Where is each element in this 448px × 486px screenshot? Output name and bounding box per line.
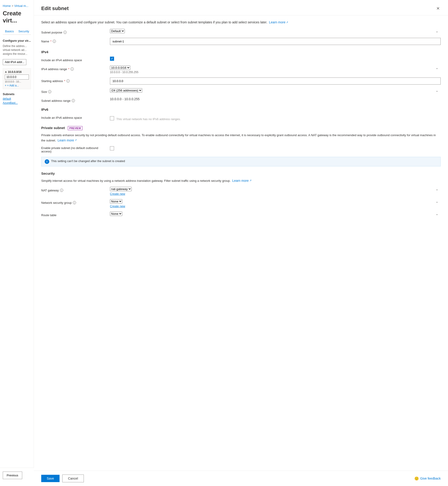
name-input[interactable] — [110, 38, 441, 45]
add-subnet-link[interactable]: + + Add a... — [5, 84, 29, 87]
form-row-size: Size i /24 (256 addresses) — [41, 88, 441, 93]
form-row-name: Name * i — [41, 38, 441, 45]
label-include-ipv4: Include an IPv4 address space — [41, 57, 105, 62]
checkbox-ipv4[interactable] — [110, 57, 114, 61]
left-desc: Define the addres... virtual network ad.… — [3, 44, 31, 56]
subnet-link-azurebast[interactable]: AzureBast... — [3, 101, 31, 105]
label-include-ipv6: Include an IPv6 address space — [41, 114, 105, 119]
info-icon-range[interactable]: i — [71, 67, 74, 71]
required-star-name: * — [50, 40, 52, 43]
route-table-select[interactable]: None — [110, 212, 122, 216]
private-subnet-heading: Private subnet PREVIEW — [41, 126, 441, 130]
configure-title: Configure your vir... — [3, 39, 31, 42]
address-block: ∧ 10.0.0.0/16 10.0.0.0 - 10... + + Add a… — [3, 68, 31, 89]
control-nsg: None Create new — [110, 199, 441, 208]
control-subnet-purpose: Default — [110, 29, 441, 33]
tab-security[interactable]: Security — [16, 28, 31, 34]
label-subnet-range: Subnet address range i — [41, 97, 105, 102]
label-size: Size i — [41, 88, 105, 93]
ipv4-range-sub: 10.0.0.0 - 10.0.255.255 — [110, 71, 441, 74]
control-nat: nat-gateway Create new — [110, 187, 441, 196]
checkbox-private-subnet[interactable] — [110, 146, 114, 150]
feedback-icon: 🙂 — [414, 476, 419, 481]
drawer-body: Select an address space and configure yo… — [34, 15, 448, 486]
label-nsg: Network security group i — [41, 199, 105, 205]
info-icon-purpose[interactable]: i — [64, 31, 67, 34]
plus-icon: + — [5, 84, 6, 87]
security-desc: Simplify internet access for virtual mac… — [41, 178, 441, 183]
addr-input[interactable] — [5, 74, 29, 80]
info-icon-nat[interactable]: i — [60, 189, 63, 192]
select-wrapper-nat: nat-gateway — [110, 187, 441, 191]
intro-text: Select an address space and configure yo… — [41, 20, 441, 25]
learn-more-private[interactable]: Learn more↗ — [58, 138, 77, 143]
give-feedback-link[interactable]: 🙂 Give feedback — [414, 476, 441, 481]
cancel-button[interactable]: Cancel — [62, 475, 84, 482]
select-wrapper-nsg: None — [110, 199, 441, 204]
drawer-header: Edit subnet ✕ — [34, 0, 448, 15]
subnet-link-default[interactable]: default — [3, 97, 31, 100]
control-enable-private — [110, 146, 441, 150]
tab-basics[interactable]: Basics — [3, 28, 16, 34]
breadcrumb-separator: > — [12, 4, 14, 8]
ipv4-heading: IPv4 — [41, 50, 441, 54]
select-wrapper-route: None — [110, 212, 441, 216]
info-icon-name[interactable]: i — [53, 40, 56, 43]
nat-create-new[interactable]: Create new — [110, 192, 125, 196]
form-row-subnet-range: Subnet address range i 10.0.0.0 - 10.0.0… — [41, 97, 441, 102]
cidr-label: 10.0.0.0/16 — [8, 70, 22, 74]
preview-badge: PREVIEW — [68, 126, 83, 130]
label-starting: Starting address * i — [41, 77, 105, 83]
learn-more-intro[interactable]: Learn more↗ — [269, 20, 288, 25]
previous-button[interactable]: Previous — [3, 471, 22, 479]
control-include-ipv4 — [110, 57, 441, 61]
private-subnet-section: Private subnet PREVIEW Private subnets e… — [41, 126, 441, 166]
form-row-include-ipv6: Include an IPv6 address space This virtu… — [41, 114, 441, 121]
addr-header: ∧ 10.0.0.0/16 — [5, 70, 29, 74]
checkbox-wrapper-ipv4 — [110, 57, 441, 61]
nsg-select[interactable]: None — [110, 199, 122, 204]
select-wrapper-purpose: Default — [110, 29, 441, 33]
nat-gateway-select[interactable]: nat-gateway — [110, 187, 132, 191]
addr-range: 10.0.0.0 - 10... — [5, 80, 29, 83]
control-starting — [110, 77, 441, 85]
breadcrumb: Home > Virtual m... — [3, 4, 31, 8]
info-icon-subnet-range[interactable]: i — [72, 99, 75, 102]
learn-more-security[interactable]: Learn more↗ — [232, 178, 251, 183]
info-icon-nsg[interactable]: i — [73, 201, 76, 204]
select-wrapper-size: /24 (256 addresses) — [110, 88, 441, 93]
page-footer: Previous — [0, 468, 34, 486]
breadcrumb-home[interactable]: Home — [3, 4, 11, 8]
ipv6-disabled-text: This virtual network has no IPv6 address… — [116, 115, 181, 121]
control-ipv4-range: 10.0.0.0/16 10.0.0.0 - 10.0.255.255 — [110, 66, 441, 74]
label-route: Route table — [41, 212, 105, 217]
breadcrumb-current: Virtual m... — [14, 4, 28, 8]
add-ipv4-button[interactable]: Add IPv4 addr... — [3, 59, 26, 65]
ext-icon-security: ↗ — [249, 179, 251, 183]
info-icon-starting[interactable]: i — [66, 79, 70, 82]
security-section: Security Simplify internet access for vi… — [41, 172, 441, 217]
edit-subnet-drawer: Edit subnet ✕ Select an address space an… — [34, 0, 448, 486]
form-row-starting: Starting address * i — [41, 77, 441, 85]
ipv6-heading: IPv6 — [41, 107, 441, 111]
subnet-purpose-select[interactable]: Default — [110, 29, 125, 33]
info-icon-size[interactable]: i — [48, 90, 51, 93]
form-row-nat: NAT gateway i nat-gateway Create new — [41, 187, 441, 196]
checkbox-ipv6[interactable] — [110, 116, 114, 120]
save-button[interactable]: Save — [41, 475, 60, 482]
size-select[interactable]: /24 (256 addresses) — [110, 88, 142, 93]
footer-left: Save Cancel — [41, 475, 84, 482]
close-button[interactable]: ✕ — [435, 5, 441, 12]
nsg-create-new[interactable]: Create new — [110, 205, 125, 208]
required-star-starting: * — [64, 79, 65, 83]
info-notice-text: This setting can't be changed after the … — [51, 159, 125, 163]
subnets-title: Subnets — [3, 92, 31, 96]
info-circle-icon: i — [45, 159, 49, 164]
collapse-icon[interactable]: ∧ — [5, 70, 7, 74]
required-star-range: * — [68, 67, 69, 71]
label-enable-private: Enable private subnet (no default outbou… — [41, 146, 105, 153]
control-size: /24 (256 addresses) — [110, 88, 441, 93]
ipv4-range-select[interactable]: 10.0.0.0/16 — [110, 66, 130, 70]
info-notice: i This setting can't be changed after th… — [41, 157, 441, 166]
starting-address-input[interactable] — [110, 77, 441, 85]
